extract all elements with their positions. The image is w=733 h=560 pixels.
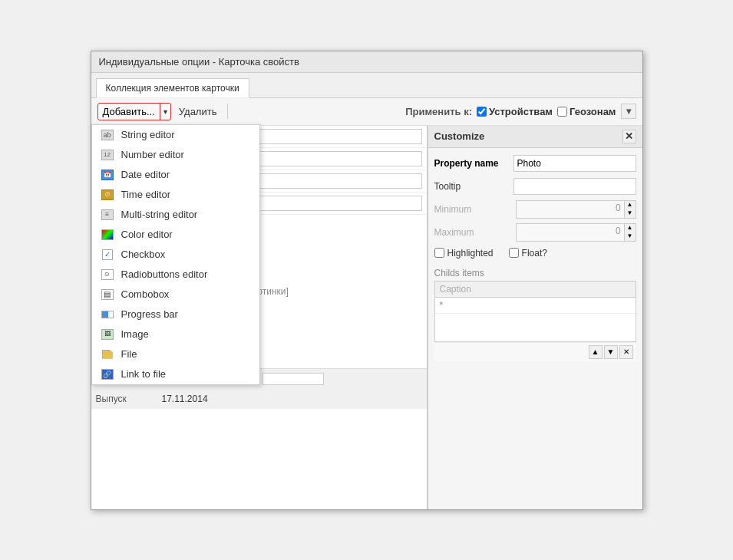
maximum-row: Maximum 0 ▲ ▼ (434, 223, 636, 242)
menu-item-image[interactable]: 🖼 Image (92, 324, 259, 344)
tooltip-label: Tooltip (434, 181, 509, 192)
menu-item-string-editor[interactable]: ab String editor (92, 125, 259, 145)
minimum-spinners: ▲ ▼ (624, 201, 636, 218)
add-button[interactable]: Добавить... ▾ (97, 103, 171, 120)
multi-string-editor-icon: ≡ (100, 209, 115, 221)
add-button-arrow[interactable]: ▾ (160, 105, 170, 118)
customize-close-button[interactable]: ✕ (622, 130, 636, 143)
childs-star-row: * (435, 298, 636, 314)
devices-label: Устройствам (489, 106, 553, 117)
menu-item-label: String editor (121, 129, 175, 140)
time-editor-icon: ⏱ (100, 189, 115, 201)
color-editor-icon (100, 229, 115, 241)
minimum-label: Minimum (434, 204, 511, 215)
menu-item-color-editor[interactable]: Color editor (92, 225, 259, 245)
geozones-checkbox[interactable] (557, 107, 567, 117)
property-name-label: Property name (434, 158, 509, 169)
minimum-input-wrap: 0 ▲ ▼ (516, 200, 636, 219)
radiobuttons-editor-icon: ⊙ (100, 268, 115, 281)
number-editor-icon: 12 (100, 149, 115, 161)
delete-button[interactable]: Удалить (174, 104, 222, 120)
combobox-icon: ▤ (100, 288, 115, 301)
toolbar: Добавить... ▾ Удалить Применить к: Устро… (91, 98, 642, 126)
menu-item-progress-bar[interactable]: Progress bar (92, 305, 259, 324)
menu-item-label: File (121, 348, 137, 360)
release-date: 17.11.2014 (162, 394, 208, 404)
minimum-row: Minimum 0 ▲ ▼ (434, 200, 636, 219)
menu-item-time-editor[interactable]: ⏱ Time editor (92, 185, 259, 205)
childs-star: * (440, 300, 444, 311)
highlighted-label: Highlighted (447, 248, 494, 259)
dropdown-menu: ab String editor 12 Number editor 📅 Date… (91, 124, 260, 385)
menu-item-checkbox[interactable]: ✓ Checkbox (92, 245, 259, 265)
menu-item-label: Date editor (121, 169, 170, 180)
childs-actions: ▲ ▼ ✕ (434, 342, 636, 361)
childs-section: Childs items Caption * ▲ (434, 268, 636, 361)
image-icon: 🖼 (100, 328, 115, 341)
menu-item-combobox[interactable]: ▤ Combobox (92, 285, 259, 305)
tab-bar: Коллекция элементов карточки (91, 73, 642, 98)
progress-bar-icon (100, 308, 115, 321)
minimum-value: 0 (517, 201, 624, 218)
menu-item-label: Radiobuttons editor (121, 268, 208, 280)
childs-up-button[interactable]: ▲ (589, 345, 603, 359)
file-icon (100, 348, 115, 361)
link-to-file-icon: 🔗 (100, 368, 115, 380)
up-icon: ▲ (592, 348, 599, 356)
menu-item-label: Combobox (121, 288, 170, 300)
apply-label-text: Применить к: (405, 106, 472, 117)
title-bar: Индивидуальные опции - Карточка свойств (91, 51, 642, 73)
highlighted-row: Highlighted Float? (434, 246, 636, 260)
minimum-spin-down[interactable]: ▼ (625, 209, 636, 218)
menu-item-number-editor[interactable]: 12 Number editor (92, 145, 259, 165)
float-check[interactable]: Float? (509, 248, 547, 259)
menu-item-link-to-file[interactable]: 🔗 Link to file (92, 364, 259, 384)
menu-item-file[interactable]: File (92, 344, 259, 364)
menu-item-label: Color editor (121, 229, 173, 240)
menu-item-label: Checkbox (121, 249, 166, 260)
customize-panel: Customize ✕ Property name Tooltip (428, 126, 642, 509)
tooltip-input[interactable] (513, 178, 636, 195)
geozones-label: Геозонам (570, 106, 616, 117)
bottom-row-2: Выпуск 17.11.2014 (91, 389, 427, 409)
maximum-label: Maximum (434, 227, 511, 238)
highlighted-check[interactable]: Highlighted (434, 248, 494, 259)
menu-item-radiobuttons-editor[interactable]: ⊙ Radiobuttons editor (92, 265, 259, 285)
childs-header: Caption (435, 282, 636, 298)
add-button-label[interactable]: Добавить... (98, 104, 160, 120)
string-editor-icon: ab (100, 129, 115, 141)
customize-body: Property name Tooltip Minimum 0 ▲ ▼ (428, 148, 642, 367)
childs-down-button[interactable]: ▼ (604, 345, 618, 359)
devices-checkbox[interactable] (477, 107, 487, 117)
geozones-check[interactable]: Геозонам (557, 106, 616, 117)
highlighted-checkbox[interactable] (434, 248, 444, 258)
close-icon: ✕ (625, 130, 633, 142)
devices-check[interactable]: Устройствам (477, 106, 553, 117)
delete-icon: ✕ (623, 348, 629, 356)
menu-item-label: Time editor (121, 189, 171, 200)
maximum-value: 0 (517, 224, 624, 241)
menu-item-label: Link to file (121, 368, 167, 380)
customize-title: Customize (434, 130, 485, 142)
minimum-spin-up[interactable]: ▲ (625, 201, 636, 209)
childs-caption-label: Caption (440, 284, 471, 295)
amortization-input[interactable] (262, 373, 324, 385)
float-checkbox[interactable] (509, 248, 519, 258)
date-editor-icon: 📅 (100, 169, 115, 181)
maximum-spin-down[interactable]: ▼ (625, 232, 636, 241)
childs-table: Caption * (434, 281, 636, 342)
tab-collection[interactable]: Коллекция элементов карточки (96, 78, 249, 98)
apply-section: Применить к: Устройствам Геозонам ▾ (405, 104, 636, 119)
main-window: Индивидуальные опции - Карточка свойств … (91, 51, 643, 510)
menu-item-label: Image (121, 328, 149, 340)
checkbox-icon: ✓ (100, 249, 115, 261)
menu-item-date-editor[interactable]: 📅 Date editor (92, 165, 259, 185)
float-label: Float? (522, 248, 547, 259)
menu-item-multi-string-editor[interactable]: ≡ Multi-string editor (92, 205, 259, 225)
childs-delete-button[interactable]: ✕ (619, 345, 633, 359)
maximum-spin-up[interactable]: ▲ (625, 224, 636, 232)
maximum-spinners: ▲ ▼ (624, 224, 636, 241)
toolbar-menu-button[interactable]: ▾ (621, 104, 636, 119)
property-name-input[interactable] (513, 155, 636, 172)
down-icon: ▼ (607, 348, 615, 356)
